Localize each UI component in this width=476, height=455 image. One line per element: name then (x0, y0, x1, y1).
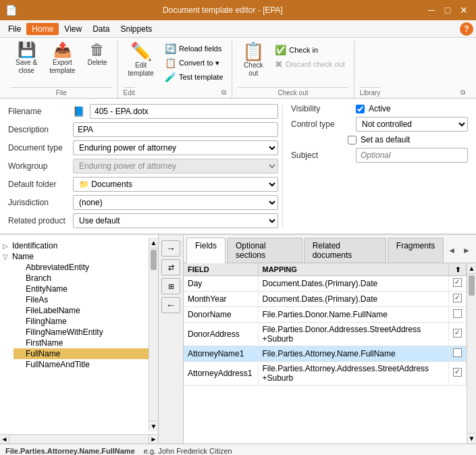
set-as-default-checkbox[interactable] (348, 136, 356, 144)
jurisdiction-select[interactable]: (none) (73, 195, 278, 210)
scroll-up-btn[interactable]: ▲ (149, 238, 158, 248)
active-checkbox[interactable] (356, 105, 365, 113)
row-checkbox[interactable] (453, 329, 462, 338)
document-type-select[interactable]: Enduring power of attorney (73, 140, 278, 155)
row-checkbox[interactable] (453, 309, 462, 318)
minimize-button[interactable]: ─ (425, 3, 438, 17)
arrow-right-button[interactable]: → (161, 240, 180, 257)
row-checkbox[interactable] (453, 348, 462, 357)
row-checkbox[interactable] (453, 294, 462, 302)
edit-expand-icon[interactable]: ⧉ (221, 88, 226, 97)
menu-view[interactable]: View (59, 23, 87, 35)
row-checkbox[interactable] (453, 278, 462, 287)
tree-vertical-scrollbar[interactable]: ▲ ▼ (149, 238, 158, 431)
edit-template-button[interactable]: ✏️ Edittemplate (124, 41, 159, 80)
tab-related-documents[interactable]: Related documents (304, 238, 386, 263)
status-bar: File.Parties.Attorney.Name.FullName e.g.… (0, 444, 476, 455)
tree-item-firstname[interactable]: FirstName (14, 338, 149, 348)
tab-left-arrow[interactable]: ◄ (445, 246, 458, 255)
table-button[interactable]: ⊞ (161, 278, 180, 294)
tab-optional-sections[interactable]: Optional sections (227, 238, 302, 263)
ribbon-group-edit: ✏️ Edittemplate 🔄 Reload fields 📋 Conver… (118, 41, 233, 98)
doc-icon: 📘 (73, 106, 84, 117)
table-vertical-scrollbar[interactable]: ▲ ▼ (467, 263, 476, 444)
hscroll-right-btn[interactable]: ► (149, 435, 158, 444)
check-cell[interactable] (449, 362, 467, 385)
scroll-thumb[interactable] (151, 250, 157, 270)
table-scroll-thumb[interactable] (469, 275, 475, 296)
menu-home[interactable]: Home (26, 23, 59, 35)
check-cell[interactable] (449, 346, 467, 362)
tree-item-identification[interactable]: ▷ Identification (0, 240, 149, 251)
tree-item-fileas[interactable]: FileAs (14, 294, 149, 305)
export-template-button[interactable]: 📤 Exporttemplate (45, 41, 80, 77)
scroll-down-btn[interactable]: ▼ (149, 421, 158, 431)
convert-to-button[interactable]: 📋 Convert to ▾ (161, 56, 226, 70)
check-cell[interactable] (449, 292, 467, 307)
tree-view: ▷ Identification ▽ Name AbbreviatedEntit… (0, 235, 158, 434)
tree-item-filelabelname[interactable]: FileLabelName (14, 305, 149, 316)
status-line1: File.Parties.Attorney.Name.FullName e.g.… (5, 447, 471, 455)
menu-file[interactable]: File (3, 23, 26, 35)
convert-icon: 📋 (165, 57, 176, 68)
tree-item-branch[interactable]: Branch (14, 273, 149, 284)
table-scroll-up[interactable]: ▲ (467, 263, 476, 274)
test-template-button[interactable]: 🧪 Test template (161, 70, 226, 84)
hscroll-left-btn[interactable]: ◄ (0, 435, 9, 444)
menu-snippets[interactable]: Snippets (115, 23, 158, 35)
delete-button[interactable]: 🗑 Delete (83, 41, 112, 69)
filename-input[interactable] (90, 104, 278, 119)
check-out-button[interactable]: 📋 Checkout (238, 41, 269, 80)
tree-item-fullname[interactable]: FullName (14, 348, 149, 359)
menu-data[interactable]: Data (87, 23, 115, 35)
arrow-left-button[interactable]: ← (161, 297, 180, 313)
name-label: Name (12, 252, 146, 261)
control-type-select[interactable]: Not controlled (356, 117, 468, 132)
field-cell: AttorneyAddress1 (184, 362, 258, 385)
arrow-left-right-button[interactable]: ⇄ (161, 259, 180, 275)
tree-item-abbreviated-entity[interactable]: AbbreviatedEntity (14, 262, 149, 273)
tab-fragments[interactable]: Fragments (388, 238, 444, 263)
check-in-button[interactable]: ✅ Check in (271, 43, 348, 57)
check-cell[interactable] (449, 307, 467, 323)
field-cell: AttorneyName1 (184, 346, 258, 362)
tree-item-filingname[interactable]: FilingName (14, 316, 149, 327)
convert-label: Convert to ▾ (179, 59, 219, 68)
tree-item-filingnametity[interactable]: FilingNameWithEntity (14, 327, 149, 338)
workgroup-select[interactable]: Enduring power of attorney (73, 159, 278, 173)
active-label: Active (369, 104, 391, 113)
reload-fields-button[interactable]: 🔄 Reload fields (161, 42, 226, 55)
check-cell[interactable] (449, 323, 467, 346)
tab-fields[interactable]: Fields (186, 238, 226, 263)
set-as-default-row: Set as default (291, 135, 468, 144)
status-path: File.Parties.Attorney.Name.FullName (5, 447, 135, 455)
status-example: e.g. John Frederick Citizen (144, 447, 232, 455)
subject-input[interactable] (356, 148, 468, 163)
tab-right-arrow[interactable]: ► (460, 246, 473, 255)
row-checkbox[interactable] (453, 368, 462, 377)
export-label: Exporttemplate (49, 59, 75, 75)
tab-arrows: ◄ ► (445, 238, 473, 263)
maximize-button[interactable]: □ (441, 3, 454, 17)
check-cell[interactable] (449, 276, 467, 292)
visibility-row: Visibility Active (291, 104, 468, 113)
field-cell: DonorName (184, 307, 258, 323)
discard-checkout-button[interactable]: ✖ Discard check out (271, 57, 348, 71)
tree-item-entity-name[interactable]: EntityName (14, 284, 149, 294)
related-product-select[interactable]: Use default (73, 213, 278, 228)
expand-icon: ▷ (3, 242, 12, 250)
tree-item-fullnameandtitle[interactable]: FullNameAndTitle (14, 359, 149, 370)
table-scroll-down[interactable]: ▼ (467, 433, 476, 444)
description-input[interactable] (73, 122, 278, 137)
tree-horizontal-scrollbar[interactable]: ◄ ► (0, 434, 158, 444)
help-button[interactable]: ? (460, 22, 473, 36)
checkout-label: Checkout (244, 61, 263, 78)
ribbon-checkout-small: ✅ Check in ✖ Discard check out (271, 41, 348, 71)
jurisdiction-row: Jurisdiction (none) (8, 195, 278, 210)
library-expand-icon[interactable]: ⧉ (460, 88, 465, 97)
close-button[interactable]: ✕ (457, 3, 471, 17)
default-folder-select[interactable]: 📁 Documents (73, 177, 278, 192)
tree-item-name[interactable]: ▽ Name (0, 251, 149, 262)
reload-icon: 🔄 (165, 43, 176, 54)
save-close-button[interactable]: 💾 Save &close (11, 41, 42, 77)
